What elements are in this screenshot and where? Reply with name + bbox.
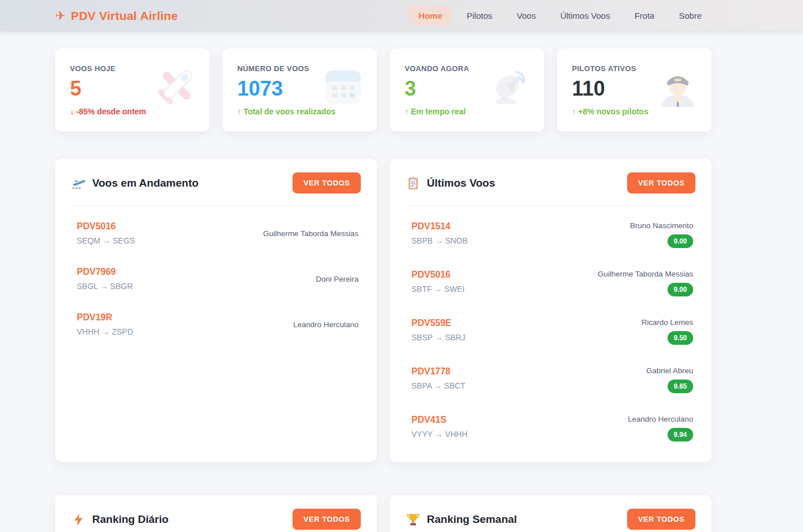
ver-todos-button[interactable]: VER TODOS xyxy=(293,172,361,193)
small-plane-icon xyxy=(153,63,199,110)
pilot-name: Guilherme Taborda Messias xyxy=(598,270,693,278)
flight-row[interactable]: PDV7969 SBGL → SBGR Doni Pereira xyxy=(71,256,361,302)
flight-route: SBTF → SWEI xyxy=(411,284,464,294)
divider xyxy=(71,205,361,206)
main-nav: Home Pilotos Voos Últimos Voos Frota Sob… xyxy=(409,6,711,26)
pilot-name: Leandro Herculano xyxy=(628,415,693,423)
pilot-name: Gabriel Abreu xyxy=(646,366,693,375)
panel-title-text: Ranking Semanal xyxy=(427,513,517,526)
plane-icon: ✈ xyxy=(55,10,65,22)
brand[interactable]: ✈ PDV Virtual Airline xyxy=(55,9,178,23)
flight-row[interactable]: PDV19R VHHH → ZSPD Leandro Herculano xyxy=(71,302,361,347)
flight-route: VHHH → ZSPD xyxy=(77,327,133,336)
panel-header: Ranking Semanal VER TODOS xyxy=(406,509,695,530)
flight-row[interactable]: PDV1514 SBPB → SNOB Bruno Nascimento 9.0… xyxy=(406,211,695,259)
panel-title: Ranking Diário xyxy=(71,512,168,527)
panel-voos-em-andamento: Voos em Andamento VER TODOS PDV5016 SEQM… xyxy=(55,159,377,462)
panel-title: Voos em Andamento xyxy=(71,176,199,191)
flight-route: SBSP → SBRJ xyxy=(411,333,466,342)
flight-route: SBPB → SNOB xyxy=(411,236,468,245)
pilot-name: Ricardo Lemes xyxy=(641,318,693,327)
flight-route: SBPA → SBCT xyxy=(411,381,466,390)
ver-todos-button[interactable]: VER TODOS xyxy=(627,509,695,530)
calendar-icon xyxy=(320,63,367,110)
stat-card-voando-agora: VOANDO AGORA 3 ↑ Em tempo real xyxy=(390,48,544,131)
panel-ultimos-voos: Últimos Voos VER TODOS PDV1514 SBPB → SN… xyxy=(390,159,711,462)
panel-header: Ranking Diário VER TODOS xyxy=(71,509,361,530)
nav-item-home[interactable]: Home xyxy=(409,6,452,26)
stat-card-numero-de-voos: NÚMERO DE VOOS 1073 ↑ Total de voos real… xyxy=(223,48,377,131)
nav-item-pilotos[interactable]: Pilotos xyxy=(457,6,502,26)
flight-route: VYYY → VHHH xyxy=(411,430,468,439)
flight-row[interactable]: PDV1778 SBPA → SBCT Gabriel Abreu 9.65 xyxy=(406,356,695,404)
clipboard-icon xyxy=(406,176,421,191)
brand-name: PDV Virtual Airline xyxy=(71,9,178,23)
pilot-name: Guilherme Taborda Messias xyxy=(263,229,359,238)
score-badge: 9.50 xyxy=(668,331,693,345)
panel-title-text: Últimos Voos xyxy=(427,177,495,189)
flight-number: PDV41S xyxy=(411,415,468,425)
panel-ranking-diario: Ranking Diário VER TODOS xyxy=(55,495,377,532)
plane-takeoff-icon xyxy=(71,176,86,191)
panel-title: Últimos Voos xyxy=(406,176,495,191)
flight-row[interactable]: PDV5016 SEQM → SEGS Guilherme Taborda Me… xyxy=(71,211,361,256)
panel-title-text: Voos em Andamento xyxy=(92,177,199,189)
nav-item-frota[interactable]: Frota xyxy=(625,6,664,26)
nav-item-voos[interactable]: Voos xyxy=(507,6,545,26)
flight-list-latest: PDV1514 SBPB → SNOB Bruno Nascimento 9.0… xyxy=(406,211,695,452)
stats-row: VOOS HOJE 5 ↓ -85% desde ontem NÚMERO DE… xyxy=(55,48,711,131)
trophy-icon xyxy=(406,512,421,527)
panel-ranking-semanal: Ranking Semanal VER TODOS xyxy=(390,495,711,532)
flight-row[interactable]: PDV5016 SBTF → SWEI Guilherme Taborda Me… xyxy=(406,259,695,307)
nav-item-ultimos-voos[interactable]: Últimos Voos xyxy=(550,6,620,26)
score-badge: 9.00 xyxy=(668,234,693,248)
panel-title-text: Ranking Diário xyxy=(92,513,168,526)
top-navbar: ✈ PDV Virtual Airline Home Pilotos Voos … xyxy=(0,0,803,31)
ver-todos-button[interactable]: VER TODOS xyxy=(293,509,361,530)
flight-route: SEQM → SEGS xyxy=(77,236,135,245)
main-panels: Voos em Andamento VER TODOS PDV5016 SEQM… xyxy=(55,159,711,462)
flight-number: PDV5016 xyxy=(77,221,135,232)
panel-header: Voos em Andamento VER TODOS xyxy=(71,172,361,193)
flight-number: PDV559E xyxy=(411,318,466,328)
flight-number: PDV1778 xyxy=(411,366,466,377)
divider xyxy=(406,205,695,206)
flight-row[interactable]: PDV41S VYYY → VHHH Leandro Herculano 9.9… xyxy=(406,404,695,452)
score-badge: 9.65 xyxy=(668,380,693,393)
flight-number: PDV1514 xyxy=(411,221,468,232)
panel-header: Últimos Voos VER TODOS xyxy=(406,172,695,193)
ranking-panels: Ranking Diário VER TODOS Ranking Semanal xyxy=(55,495,711,532)
score-badge: 9.94 xyxy=(668,428,693,442)
pilot-name: Doni Pereira xyxy=(316,275,359,283)
pilot-icon xyxy=(654,63,701,110)
flight-row[interactable]: PDV559E SBSP → SBRJ Ricardo Lemes 9.50 xyxy=(406,307,695,356)
ver-todos-button[interactable]: VER TODOS xyxy=(627,172,695,193)
pilot-name: Bruno Nascimento xyxy=(630,221,693,230)
satellite-icon xyxy=(487,63,534,110)
nav-item-sobre[interactable]: Sobre xyxy=(669,6,711,26)
lightning-icon xyxy=(71,512,86,527)
panel-title: Ranking Semanal xyxy=(406,512,517,527)
stat-card-pilotos-ativos: PILOTOS ATIVOS 110 ↑ +8% novos pilotos xyxy=(557,48,711,131)
flight-route: SBGL → SBGR xyxy=(77,282,133,291)
score-badge: 9.00 xyxy=(668,283,693,296)
flight-number: PDV7969 xyxy=(77,267,133,277)
stat-card-voos-hoje: VOOS HOJE 5 ↓ -85% desde ontem xyxy=(55,48,209,131)
pilot-name: Leandro Herculano xyxy=(293,320,359,329)
flight-list-in-progress: PDV5016 SEQM → SEGS Guilherme Taborda Me… xyxy=(71,211,361,347)
flight-number: PDV5016 xyxy=(411,270,464,280)
flight-number: PDV19R xyxy=(77,312,133,323)
